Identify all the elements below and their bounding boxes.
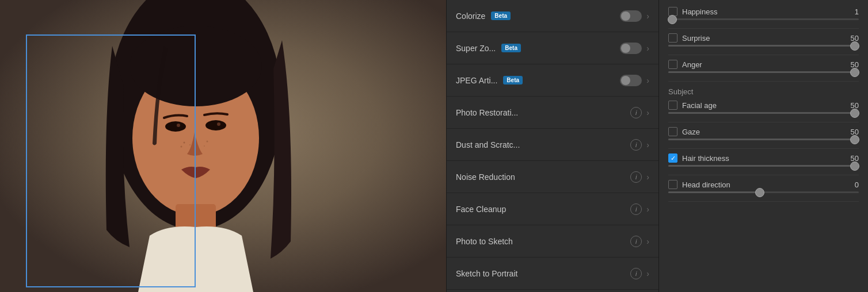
chevron-right-icon: ›: [646, 11, 649, 21]
adjust-name: Surprise: [682, 34, 710, 43]
photo-area: [0, 0, 446, 292]
beta-badge: Beta: [501, 44, 521, 52]
adjust-checkbox[interactable]: [668, 127, 677, 136]
filter-item[interactable]: JPEG Arti...Beta›: [447, 64, 658, 97]
svg-point-6: [205, 120, 226, 130]
filter-name: Dust and Scratc...: [456, 140, 520, 149]
adjust-name: Head direction: [682, 180, 730, 189]
svg-point-8: [217, 122, 220, 126]
adjust-checkbox[interactable]: [668, 153, 677, 163]
slider-thumb[interactable]: [850, 109, 859, 118]
filter-item[interactable]: Face Cleanupi›: [447, 193, 658, 225]
chevron-right-icon: ›: [646, 140, 649, 149]
filter-name: Noise Reduction: [456, 172, 515, 182]
adjust-value: 0: [847, 180, 859, 189]
filter-name: Colorize: [456, 11, 485, 21]
selection-box: [26, 34, 196, 287]
adjust-item: Facial age50: [668, 101, 859, 114]
filter-item[interactable]: Pencil Artwork...i›: [447, 290, 658, 292]
info-icon[interactable]: i: [630, 139, 642, 151]
adjust-checkbox[interactable]: [668, 33, 677, 43]
filter-item[interactable]: Super Zo...Beta›: [447, 32, 658, 64]
filter-item[interactable]: Photo Restorati...i›: [447, 97, 658, 129]
adjust-value: 1: [847, 7, 859, 16]
filter-item[interactable]: Sketch to Portraiti›: [447, 258, 658, 290]
slider-track[interactable]: [668, 191, 859, 193]
chevron-right-icon: ›: [646, 269, 649, 278]
adjust-item: Gaze50: [668, 127, 859, 140]
info-icon[interactable]: i: [630, 236, 642, 247]
toggle-switch[interactable]: [620, 10, 642, 22]
slider-thumb[interactable]: [850, 68, 859, 77]
filter-item[interactable]: Dust and Scratc...i›: [447, 129, 658, 161]
adjust-checkbox[interactable]: [668, 101, 677, 110]
adjust-item: Hair thickness50: [668, 153, 859, 167]
filter-item[interactable]: Noise Reductioni›: [447, 161, 658, 193]
chevron-right-icon: ›: [646, 108, 649, 117]
adjust-name: Happiness: [682, 7, 717, 16]
adjust-item: Surprise50: [668, 33, 859, 47]
info-icon[interactable]: i: [630, 107, 642, 118]
filter-panel: ColorizeBeta›Super Zo...Beta›JPEG Arti..…: [446, 0, 659, 292]
filter-name: Sketch to Portrait: [456, 269, 517, 278]
slider-thumb[interactable]: [850, 41, 859, 51]
svg-point-12: [207, 141, 208, 143]
filter-item[interactable]: Photo to Sketchi›: [447, 225, 658, 258]
chevron-right-icon: ›: [646, 205, 649, 214]
slider-track[interactable]: [668, 45, 859, 47]
filter-item[interactable]: ColorizeBeta›: [447, 0, 658, 32]
info-icon[interactable]: i: [630, 203, 642, 215]
section-label-subject: Subject: [668, 87, 859, 96]
adjust-name: Hair thickness: [682, 154, 729, 163]
filter-name: Photo to Sketch: [456, 237, 513, 246]
adjust-name: Anger: [682, 60, 702, 69]
slider-track[interactable]: [668, 139, 859, 140]
filter-name: JPEG Arti...: [456, 76, 497, 85]
chevron-right-icon: ›: [646, 172, 649, 182]
slider-track[interactable]: [668, 18, 859, 20]
slider-thumb[interactable]: [850, 162, 859, 171]
toggle-switch[interactable]: [620, 75, 642, 86]
filter-name: Face Cleanup: [456, 205, 506, 214]
chevron-right-icon: ›: [646, 76, 649, 85]
adjustments-panel: Happiness1Surprise50Anger50SubjectFacial…: [659, 0, 868, 292]
adjust-name: Facial age: [682, 101, 717, 110]
adjust-checkbox[interactable]: [668, 60, 677, 69]
slider-track[interactable]: [668, 165, 859, 167]
toggle-switch[interactable]: [620, 43, 642, 54]
beta-badge: Beta: [503, 76, 523, 84]
slider-thumb[interactable]: [668, 15, 677, 24]
beta-badge: Beta: [491, 11, 511, 20]
adjust-name: Gaze: [682, 128, 700, 136]
slider-track[interactable]: [668, 71, 859, 73]
slider-track[interactable]: [668, 112, 859, 114]
adjust-item: Anger50: [668, 60, 859, 73]
filter-name: Photo Restorati...: [456, 108, 518, 117]
chevron-right-icon: ›: [646, 237, 649, 246]
filter-name: Super Zo...: [456, 44, 496, 53]
chevron-right-icon: ›: [646, 44, 649, 53]
adjust-item: Head direction0: [668, 180, 859, 193]
adjust-checkbox[interactable]: [668, 180, 677, 189]
adjust-item: Happiness1: [668, 7, 859, 20]
info-icon[interactable]: i: [630, 171, 642, 183]
slider-thumb[interactable]: [850, 135, 859, 144]
info-icon[interactable]: i: [630, 268, 642, 279]
svg-point-13: [204, 145, 205, 147]
slider-thumb[interactable]: [755, 188, 764, 197]
